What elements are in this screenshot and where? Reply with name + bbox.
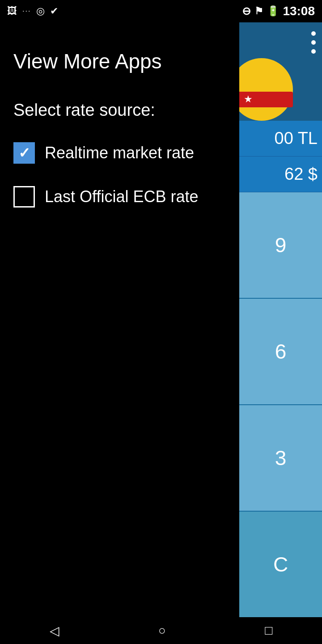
circle-icon: ◎ bbox=[36, 5, 45, 17]
drawer-panel: View More Apps Select rate source: Realt… bbox=[0, 22, 239, 617]
app-header: ★ bbox=[239, 22, 322, 121]
numpad-9-button[interactable]: 9 bbox=[239, 192, 322, 298]
status-icons-right: ⊖ ⚑ 🔋 13:08 bbox=[242, 4, 315, 18]
view-more-apps-button[interactable]: View More Apps bbox=[13, 49, 226, 74]
recents-button[interactable]: □ bbox=[265, 623, 272, 638]
numpad-3-button[interactable]: 3 bbox=[239, 405, 322, 511]
three-dots-menu[interactable] bbox=[309, 27, 318, 58]
realtime-rate-label: Realtime market rate bbox=[45, 144, 194, 162]
select-rate-label: Select rate source: bbox=[13, 101, 226, 120]
realtime-rate-checkbox[interactable] bbox=[13, 142, 35, 164]
flag-icon: ⚑ bbox=[254, 5, 263, 17]
ecb-rate-label: Last Official ECB rate bbox=[45, 187, 198, 206]
home-button[interactable]: ○ bbox=[158, 623, 166, 638]
status-icons-left: 🖼 ··· ◎ ✔ bbox=[7, 5, 58, 17]
numpad-c-button[interactable]: C bbox=[239, 512, 322, 617]
time-display: 13:08 bbox=[283, 4, 315, 18]
numpad-6-button[interactable]: 6 bbox=[239, 299, 322, 404]
dots-icon: ··· bbox=[22, 7, 31, 15]
back-button[interactable]: ◁ bbox=[50, 623, 59, 638]
display-row-usd: 62 $ bbox=[239, 157, 322, 192]
ecb-rate-checkbox-item[interactable]: Last Official ECB rate bbox=[13, 186, 226, 208]
dot-2 bbox=[311, 40, 316, 45]
display-row-tl: 00 TL bbox=[239, 121, 322, 157]
display-value-tl: 00 TL bbox=[275, 129, 318, 148]
minus-circle-icon: ⊖ bbox=[242, 5, 251, 17]
dot-1 bbox=[311, 31, 316, 36]
main-container: View More Apps Select rate source: Realt… bbox=[0, 22, 322, 617]
dot-3 bbox=[311, 49, 316, 54]
display-value-usd: 62 $ bbox=[284, 165, 318, 184]
check-icon: ✔ bbox=[50, 5, 58, 17]
image-icon: 🖼 bbox=[7, 5, 17, 17]
app-logo: ★ bbox=[239, 49, 293, 121]
nav-bar: ◁ ○ □ bbox=[0, 617, 322, 644]
numpad: 9 6 3 C bbox=[239, 192, 322, 617]
battery-icon: 🔋 bbox=[267, 5, 279, 17]
realtime-rate-checkbox-item[interactable]: Realtime market rate bbox=[13, 142, 226, 164]
ecb-rate-checkbox[interactable] bbox=[13, 186, 35, 208]
app-panel: ★ 00 TL 62 $ 9 6 3 C bbox=[239, 22, 322, 617]
status-bar: 🖼 ··· ◎ ✔ ⊖ ⚑ 🔋 13:08 bbox=[0, 0, 322, 22]
